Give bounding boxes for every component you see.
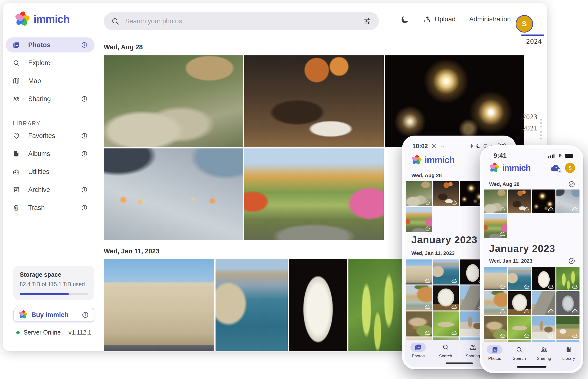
phone2-month-header: January 2023 bbox=[489, 243, 555, 254]
theme-toggle-button[interactable] bbox=[401, 15, 409, 24]
administration-label: Administration bbox=[469, 16, 511, 23]
photo-coastal[interactable] bbox=[508, 267, 531, 290]
backup-pending-cloud-icon bbox=[425, 226, 430, 231]
immich-logo: immich bbox=[15, 12, 69, 27]
sidebar-item-albums[interactable]: Albums bbox=[6, 146, 95, 161]
info-icon[interactable] bbox=[81, 42, 88, 48]
phone1-home-indicator[interactable] bbox=[446, 363, 473, 364]
phone-nav-photos[interactable]: Photos bbox=[405, 343, 432, 359]
backup-pending-cloud-icon bbox=[425, 331, 430, 335]
photo-sculpture[interactable] bbox=[289, 259, 347, 351]
sidebar-item-map[interactable]: Map bbox=[6, 73, 95, 88]
phone-nav-search[interactable]: Search bbox=[507, 345, 532, 361]
sidebar-item-sharing[interactable]: Sharing bbox=[6, 91, 95, 106]
scrubber-dot bbox=[540, 138, 542, 140]
phone2-home-indicator[interactable] bbox=[517, 366, 546, 368]
photo-fireworks[interactable] bbox=[385, 55, 524, 147]
photo-berries[interactable] bbox=[349, 259, 405, 351]
sidebar-item-explore[interactable]: Explore bbox=[6, 55, 95, 70]
photo-stone[interactable] bbox=[433, 285, 459, 311]
storage-progress-fill bbox=[20, 293, 69, 295]
storage-usage: 82.4 TiB of 115.1 TiB used bbox=[20, 281, 88, 288]
phone-nav-library[interactable]: Library bbox=[556, 345, 581, 361]
sidebar-item-archive[interactable]: Archive bbox=[6, 182, 95, 197]
photo-fortress[interactable] bbox=[104, 259, 214, 351]
scrubber-handle[interactable] bbox=[522, 34, 544, 36]
backup-pending-cloud-icon bbox=[500, 207, 506, 212]
photo-dinner[interactable] bbox=[433, 181, 459, 206]
sidebar-item-utilities[interactable]: Utilities bbox=[6, 164, 95, 179]
photo-cliff[interactable] bbox=[406, 285, 432, 311]
photo-silver[interactable] bbox=[556, 291, 580, 315]
photo-autumn[interactable] bbox=[406, 207, 432, 232]
phone-nav-photos[interactable]: Photos bbox=[482, 345, 507, 361]
photo-dinner[interactable] bbox=[508, 190, 531, 213]
library-icon bbox=[561, 345, 576, 354]
sidebar-item-trash[interactable]: Trash bbox=[6, 200, 95, 215]
scrubber-year-2023[interactable]: 2023 bbox=[522, 113, 538, 121]
sidebar-item-favorites[interactable]: Favorites bbox=[6, 128, 95, 143]
administration-link[interactable]: Administration bbox=[469, 16, 511, 23]
select-all-check-icon[interactable] bbox=[568, 257, 575, 264]
moon-icon bbox=[401, 15, 409, 24]
photo-field[interactable] bbox=[556, 316, 580, 339]
backup-pending-cloud-icon bbox=[425, 200, 430, 205]
sidebar-item-photos[interactable]: Photos bbox=[6, 37, 95, 52]
search-filter-icon[interactable] bbox=[363, 17, 371, 25]
photo-lizard1[interactable] bbox=[484, 316, 507, 339]
storage-progress-track bbox=[20, 293, 88, 295]
photo-ruins[interactable] bbox=[532, 291, 556, 315]
scrubber-year-2021[interactable]: 2021 bbox=[522, 125, 538, 132]
photo-sculpture[interactable] bbox=[532, 267, 556, 290]
select-all-check-icon[interactable] bbox=[568, 181, 575, 188]
immich-flower-icon bbox=[19, 311, 28, 319]
phone2-statusbar: 9:41 bbox=[482, 148, 581, 160]
photo-monkeys[interactable] bbox=[104, 55, 243, 147]
server-status-label: Server Online bbox=[24, 329, 61, 336]
info-icon[interactable] bbox=[81, 132, 88, 139]
buy-immich-button[interactable]: Buy Immich bbox=[13, 308, 94, 322]
photo-hands[interactable] bbox=[556, 190, 580, 213]
phone2-date-2: Wed, Jan 11, 2023 bbox=[489, 257, 575, 264]
info-icon[interactable] bbox=[81, 204, 88, 211]
photo-stone[interactable] bbox=[508, 291, 531, 315]
photo-fortress[interactable] bbox=[484, 267, 507, 290]
photo-lizard1[interactable] bbox=[406, 312, 432, 336]
info-icon[interactable] bbox=[81, 150, 88, 157]
photo-autumn[interactable] bbox=[484, 214, 507, 237]
photo-berries[interactable] bbox=[556, 267, 580, 290]
server-version: v1.112.1 bbox=[68, 329, 91, 336]
photo-monkeys[interactable] bbox=[484, 190, 507, 213]
phone-nav-label: Photos bbox=[412, 354, 425, 359]
photo-dinner[interactable] bbox=[244, 55, 384, 147]
photo-church[interactable] bbox=[532, 316, 556, 339]
sidebar-item-label: Favorites bbox=[28, 132, 55, 140]
photo-autumn[interactable] bbox=[244, 148, 384, 240]
photo-lizard2[interactable] bbox=[508, 316, 531, 339]
backup-pending-cloud-icon bbox=[524, 333, 530, 338]
user-avatar[interactable]: S bbox=[565, 163, 575, 173]
backup-cloud-icon[interactable] bbox=[550, 164, 561, 172]
upload-button[interactable]: Upload bbox=[423, 15, 456, 24]
scrubber-dot bbox=[540, 122, 542, 124]
backup-pending-cloud-icon bbox=[548, 333, 554, 338]
user-avatar[interactable]: S bbox=[516, 15, 533, 32]
photo-coastal[interactable] bbox=[433, 259, 459, 284]
photo-monkeys[interactable] bbox=[406, 181, 432, 206]
photos-icon bbox=[410, 343, 426, 352]
search-input[interactable] bbox=[125, 17, 358, 25]
photo-hands[interactable] bbox=[104, 148, 243, 240]
photo-coastal[interactable] bbox=[216, 259, 288, 351]
photo-lizard2[interactable] bbox=[433, 312, 459, 336]
phone-nav-search[interactable]: Search bbox=[432, 343, 460, 359]
photo-fireworks[interactable] bbox=[532, 190, 556, 213]
photo-fortress[interactable] bbox=[406, 259, 432, 284]
info-icon[interactable] bbox=[81, 186, 88, 193]
info-icon[interactable] bbox=[82, 311, 89, 318]
wifi-icon bbox=[557, 153, 563, 158]
search-bar[interactable] bbox=[104, 12, 379, 30]
photo-cliff[interactable] bbox=[484, 291, 507, 315]
phone-nav-sharing[interactable]: Sharing bbox=[532, 345, 556, 361]
info-icon[interactable] bbox=[81, 95, 88, 102]
scrubber-dot bbox=[540, 126, 542, 127]
